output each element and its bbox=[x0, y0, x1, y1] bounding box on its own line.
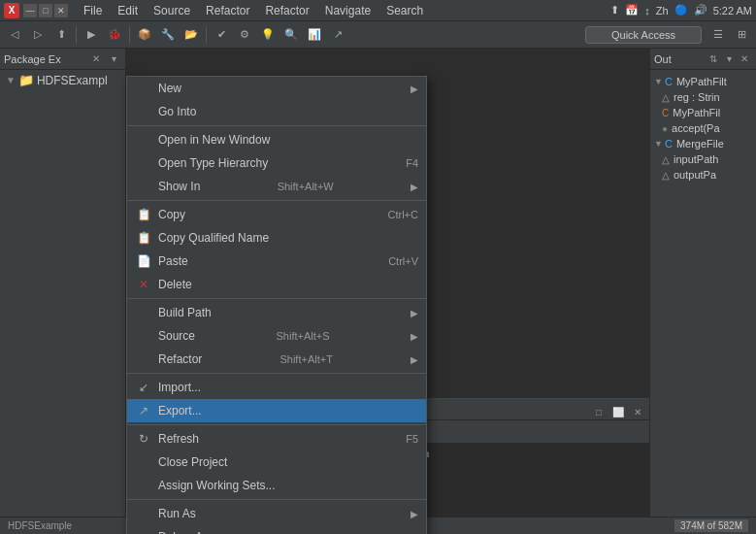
close-button[interactable]: ✕ bbox=[54, 4, 68, 17]
toolbar-btn-2[interactable]: ▷ bbox=[27, 24, 49, 46]
toolbar-btn-12[interactable]: 🔍 bbox=[280, 24, 302, 46]
ctx-build-path-icon bbox=[135, 304, 152, 321]
toolbar-btn-3[interactable]: ⬆ bbox=[50, 24, 72, 46]
ctx-f4-shortcut: F4 bbox=[406, 157, 418, 169]
time-label: 5:22 AM bbox=[713, 5, 752, 17]
ctx-assign-working-sets[interactable]: Assign Working Sets... bbox=[127, 474, 426, 497]
ctx-refactor-arrow: ▶ bbox=[411, 354, 418, 365]
ctx-go-into-icon bbox=[135, 103, 152, 120]
ctx-refresh-shortcut: F5 bbox=[406, 433, 418, 445]
ctx-refactor-icon bbox=[135, 350, 152, 368]
upload-icon: ⬆ bbox=[610, 4, 619, 17]
toolbar-sep-3 bbox=[206, 26, 207, 44]
quick-access-field[interactable]: Quick Access bbox=[585, 26, 702, 44]
ctx-build-path[interactable]: Build Path ▶ bbox=[127, 301, 426, 324]
ctx-debug-as-icon bbox=[135, 528, 152, 534]
toolbar-btn-6[interactable]: 📦 bbox=[134, 24, 155, 46]
ctx-copy-shortcut: Ctrl+C bbox=[388, 209, 418, 220]
toolbar-btn-13[interactable]: 📊 bbox=[304, 24, 325, 46]
toolbar-perspective-btn[interactable]: ☰ bbox=[707, 24, 729, 46]
ctx-run-as-arrow: ▶ bbox=[411, 509, 418, 519]
menu-bar: X — □ ✕ File Edit Source Refactor Refact… bbox=[0, 0, 756, 21]
ctx-refactor[interactable]: Refactor Shift+Alt+T ▶ bbox=[127, 348, 426, 371]
ctx-show-in-shortcut: Shift+Alt+W bbox=[278, 181, 334, 192]
toolbar-btn-10[interactable]: ⚙ bbox=[234, 24, 255, 46]
ctx-sep-3 bbox=[127, 298, 426, 299]
ctx-new[interactable]: New ▶ bbox=[127, 77, 426, 100]
ctx-copy[interactable]: 📋 Copy Ctrl+C bbox=[127, 203, 426, 226]
ctx-debug-as[interactable]: Debug As ▶ bbox=[127, 525, 426, 534]
ctx-sep-5 bbox=[127, 424, 426, 425]
toolbar-btn-7[interactable]: 🔧 bbox=[157, 24, 179, 46]
ctx-close-project-icon bbox=[135, 453, 152, 471]
ctx-show-in-arrow: ▶ bbox=[411, 182, 418, 192]
ctx-open-new-window-icon bbox=[135, 131, 152, 149]
ctx-source[interactable]: Source Shift+Alt+S ▶ bbox=[127, 324, 426, 348]
toolbar-btn-5[interactable]: 🐞 bbox=[104, 24, 125, 46]
ctx-delete[interactable]: ✕ Delete bbox=[127, 273, 426, 296]
ctx-open-type-icon bbox=[135, 154, 152, 172]
ctx-paste-icon: 📄 bbox=[135, 252, 152, 270]
ctx-run-as[interactable]: Run As ▶ bbox=[127, 502, 426, 525]
ctx-source-arrow: ▶ bbox=[411, 331, 418, 342]
menu-file[interactable]: File bbox=[76, 2, 110, 19]
ctx-go-into[interactable]: Go Into bbox=[127, 100, 426, 123]
menu-items: File Edit Source Refactor Refactor Navig… bbox=[76, 2, 610, 19]
ctx-show-in-icon bbox=[135, 178, 152, 195]
minimize-button[interactable]: — bbox=[23, 4, 37, 17]
menu-refactor2[interactable]: Refactor bbox=[257, 2, 316, 19]
toolbar-btn-1[interactable]: ◁ bbox=[4, 24, 25, 46]
ctx-open-new-window[interactable]: Open in New Window bbox=[127, 128, 426, 151]
volume-icon: 🔊 bbox=[694, 4, 707, 17]
context-menu: New ▶ Go Into Open in New Window Open Ty… bbox=[126, 76, 427, 534]
ctx-paste[interactable]: 📄 Paste Ctrl+V bbox=[127, 250, 426, 273]
toolbar-btn-8[interactable]: 📂 bbox=[181, 24, 202, 46]
ctx-sep-6 bbox=[127, 499, 426, 500]
toolbar-btn-14[interactable]: ↗ bbox=[327, 24, 348, 46]
toolbar-btn-9[interactable]: ✔ bbox=[211, 24, 232, 46]
ctx-new-icon bbox=[135, 80, 152, 97]
ctx-copy-qualified-icon: 📋 bbox=[135, 229, 152, 247]
menu-refactor1[interactable]: Refactor bbox=[198, 2, 257, 19]
ctx-sep-4 bbox=[127, 373, 426, 374]
zh-label: Zh bbox=[656, 5, 669, 17]
calendar-icon: 📅 bbox=[625, 4, 639, 17]
ctx-open-type-hierarchy[interactable]: Open Type Hierarchy F4 bbox=[127, 151, 426, 175]
ctx-delete-icon: ✕ bbox=[135, 276, 152, 293]
ctx-source-shortcut: Shift+Alt+S bbox=[276, 330, 329, 342]
ctx-sep-1 bbox=[127, 125, 426, 126]
toolbar-sep-1 bbox=[76, 26, 77, 44]
context-menu-overlay: New ▶ Go Into Open in New Window Open Ty… bbox=[0, 49, 756, 534]
menu-source[interactable]: Source bbox=[146, 2, 198, 19]
ctx-run-as-icon bbox=[135, 505, 152, 522]
ctx-refresh-icon: ↻ bbox=[135, 430, 152, 448]
ctx-new-arrow: ▶ bbox=[411, 83, 418, 94]
ctx-close-project[interactable]: Close Project bbox=[127, 451, 426, 474]
menu-navigate[interactable]: Navigate bbox=[317, 2, 378, 19]
toolbar-btn-4[interactable]: ▶ bbox=[81, 24, 102, 46]
ctx-copy-icon: 📋 bbox=[135, 206, 152, 223]
menu-edit[interactable]: Edit bbox=[110, 2, 146, 19]
sort-icon: ↕ bbox=[644, 5, 650, 17]
main-layout: Package Ex ✕ ▾ ▼ 📁 HDFSExampl nf.Configu… bbox=[0, 49, 756, 534]
menu-search[interactable]: Search bbox=[378, 2, 431, 19]
ctx-refresh[interactable]: ↻ Refresh F5 bbox=[127, 427, 426, 451]
ctx-paste-shortcut: Ctrl+V bbox=[388, 255, 418, 267]
ctx-assign-icon bbox=[135, 477, 152, 494]
toolbar-sep-2 bbox=[129, 26, 130, 44]
ctx-copy-qualified[interactable]: 📋 Copy Qualified Name bbox=[127, 226, 426, 250]
toolbar-btn-11[interactable]: 💡 bbox=[257, 24, 279, 46]
menu-bar-right: ⬆ 📅 ↕ Zh 🔵 🔊 5:22 AM bbox=[610, 4, 752, 17]
ctx-export-icon: ↗ bbox=[135, 402, 152, 419]
ctx-import-icon: ↙ bbox=[135, 379, 152, 396]
ctx-export[interactable]: ↗ Export... bbox=[127, 399, 426, 422]
toolbar-layout-btn[interactable]: ⊞ bbox=[731, 24, 752, 46]
ctx-import[interactable]: ↙ Import... bbox=[127, 376, 426, 399]
maximize-button[interactable]: □ bbox=[39, 4, 52, 17]
ctx-source-icon bbox=[135, 327, 152, 345]
ctx-build-path-arrow: ▶ bbox=[411, 308, 418, 318]
toolbar: ◁ ▷ ⬆ ▶ 🐞 📦 🔧 📂 ✔ ⚙ 💡 🔍 📊 ↗ Quick Access… bbox=[0, 21, 756, 49]
window-controls: — □ ✕ bbox=[23, 4, 68, 17]
ctx-show-in[interactable]: Show In Shift+Alt+W ▶ bbox=[127, 175, 426, 198]
eclipse-icon[interactable]: X bbox=[4, 3, 19, 18]
